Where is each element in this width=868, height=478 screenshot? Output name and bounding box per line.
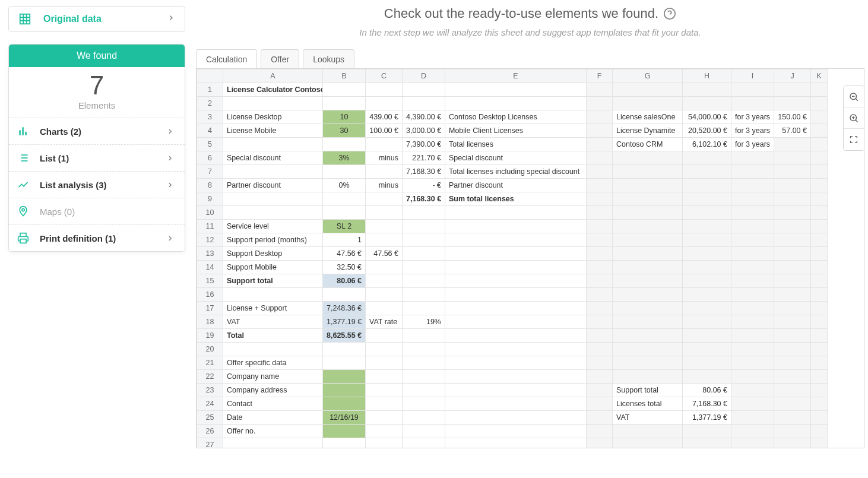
cell[interactable] (445, 438, 587, 449)
cell[interactable] (811, 315, 828, 329)
cell[interactable] (587, 288, 613, 302)
cell[interactable]: Sum total licenses (445, 192, 587, 206)
cell[interactable] (323, 343, 366, 356)
cell[interactable]: Special discount (445, 151, 587, 165)
cell[interactable] (774, 425, 811, 438)
cell[interactable]: 439.00 € (366, 110, 403, 124)
cell[interactable] (366, 397, 403, 411)
cell[interactable] (683, 165, 731, 179)
cell[interactable] (403, 206, 445, 220)
cell[interactable] (445, 370, 587, 384)
cell[interactable]: VAT (223, 315, 323, 329)
cell[interactable] (587, 165, 613, 179)
cell[interactable] (811, 83, 828, 97)
cell[interactable] (366, 192, 403, 206)
cell[interactable] (613, 192, 683, 206)
row-number[interactable]: 20 (197, 343, 223, 356)
cell[interactable] (587, 329, 613, 343)
cell[interactable] (731, 315, 774, 329)
cell[interactable] (587, 83, 613, 97)
cell[interactable] (366, 165, 403, 179)
cell[interactable] (445, 206, 587, 220)
cell[interactable]: Licenses total (613, 397, 683, 411)
cell[interactable] (403, 288, 445, 302)
cell[interactable]: 3% (323, 151, 366, 165)
row-number[interactable]: 6 (197, 151, 223, 165)
cell[interactable] (811, 110, 828, 124)
cell[interactable] (731, 151, 774, 165)
column-header[interactable] (197, 69, 223, 83)
cell[interactable] (774, 151, 811, 165)
cell[interactable]: 57.00 € (774, 124, 811, 138)
cell[interactable] (731, 274, 774, 288)
cell[interactable] (445, 261, 587, 274)
cell[interactable]: 12/16/19 (323, 411, 366, 425)
row-number[interactable]: 14 (197, 261, 223, 274)
cell[interactable]: Total (223, 329, 323, 343)
cell[interactable] (683, 370, 731, 384)
cell[interactable] (811, 247, 828, 261)
sheet-tab[interactable]: Offer (261, 49, 299, 69)
cell[interactable]: 7,248.36 € (323, 302, 366, 315)
cell[interactable]: Support period (months) (223, 233, 323, 247)
cell[interactable] (731, 220, 774, 233)
cell[interactable] (774, 397, 811, 411)
cell[interactable] (403, 356, 445, 370)
column-header[interactable]: E (445, 69, 587, 83)
row-number[interactable]: 1 (197, 83, 223, 97)
cell[interactable]: License Desktop (223, 110, 323, 124)
row-number[interactable]: 23 (197, 384, 223, 397)
cell[interactable] (366, 370, 403, 384)
cell[interactable] (683, 274, 731, 288)
cell[interactable] (811, 302, 828, 315)
cell[interactable] (811, 425, 828, 438)
cell[interactable] (613, 329, 683, 343)
cell[interactable] (774, 97, 811, 110)
cell[interactable] (323, 397, 366, 411)
cell[interactable] (811, 124, 828, 138)
cell[interactable]: Date (223, 411, 323, 425)
cell[interactable] (613, 151, 683, 165)
row-number[interactable]: 11 (197, 220, 223, 233)
cell[interactable]: Company name (223, 370, 323, 384)
cell[interactable] (731, 288, 774, 302)
fullscreen-button[interactable] (844, 129, 864, 150)
cell[interactable]: Special discount (223, 151, 323, 165)
cell[interactable] (403, 247, 445, 261)
cell[interactable]: License + Support (223, 302, 323, 315)
cell[interactable]: 221.70 € (403, 151, 445, 165)
cell[interactable] (445, 356, 587, 370)
cell[interactable] (683, 206, 731, 220)
cell[interactable] (323, 83, 366, 97)
cell[interactable]: Mobile Client Licenses (445, 124, 587, 138)
cell[interactable] (811, 274, 828, 288)
cell[interactable]: 3,000.00 € (403, 124, 445, 138)
help-icon[interactable] (663, 7, 676, 20)
cell[interactable]: 80.06 € (323, 274, 366, 288)
cell[interactable] (323, 356, 366, 370)
cell[interactable]: License Dynamite (613, 124, 683, 138)
cell[interactable] (811, 411, 828, 425)
sheet-tab[interactable]: Lookups (303, 49, 354, 69)
cell[interactable] (445, 247, 587, 261)
column-header[interactable]: I (731, 69, 774, 83)
cell[interactable] (445, 274, 587, 288)
cell[interactable] (223, 138, 323, 151)
cell[interactable]: Support Mobile (223, 261, 323, 274)
cell[interactable] (774, 165, 811, 179)
row-number[interactable]: 18 (197, 315, 223, 329)
cell[interactable] (731, 370, 774, 384)
row-number[interactable]: 21 (197, 356, 223, 370)
cell[interactable] (811, 138, 828, 151)
original-data-button[interactable]: Original data (8, 6, 185, 32)
cell[interactable]: 19% (403, 315, 445, 329)
column-header[interactable]: G (613, 69, 683, 83)
cell[interactable] (774, 288, 811, 302)
cell[interactable] (587, 356, 613, 370)
cell[interactable] (811, 206, 828, 220)
cell[interactable]: Total licenses including special discoun… (445, 165, 587, 179)
cell[interactable] (403, 97, 445, 110)
row-number[interactable]: 24 (197, 397, 223, 411)
cell[interactable] (403, 261, 445, 274)
column-header[interactable]: F (587, 69, 613, 83)
